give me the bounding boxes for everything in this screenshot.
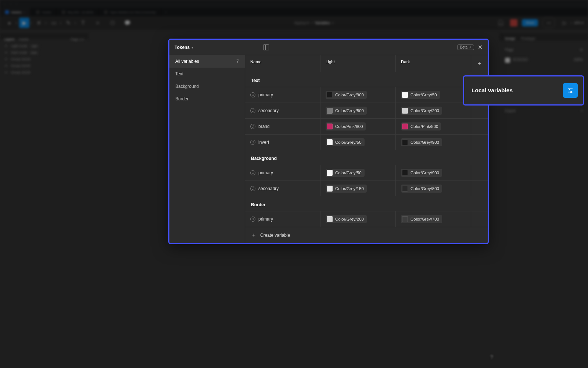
layer-row[interactable]: #Dark modeDark xyxy=(4,49,84,56)
present-button[interactable]: ▷▾ xyxy=(559,18,570,28)
color-variable-icon xyxy=(250,186,255,191)
variable-name[interactable]: invert xyxy=(258,140,269,145)
color-alias-chip[interactable]: Color/Grey/900 xyxy=(326,91,367,99)
sliders-icon xyxy=(567,87,574,94)
frame-tool[interactable]: #▾ xyxy=(34,18,44,28)
right-panel: Design Prototype Page ⟳ ECECEC 100% Loca… xyxy=(500,33,588,40)
breadcrumb[interactable]: digidop.fr / Variables ▾ xyxy=(294,21,334,25)
col-mode-dark[interactable]: Dark xyxy=(396,55,471,72)
shape-tool[interactable]: ▭▾ xyxy=(49,18,59,28)
color-alias-chip[interactable]: Color/Grey/700 xyxy=(401,215,442,223)
col-name: Name xyxy=(245,55,320,72)
variable-name[interactable]: primary xyxy=(258,217,273,222)
add-mode-button[interactable]: ＋ xyxy=(477,60,483,67)
color-alias-chip[interactable]: Color/Grey/50 xyxy=(326,169,365,177)
plus-icon: ＋ xyxy=(251,232,257,239)
sidebar-toggle-icon[interactable] xyxy=(263,44,269,50)
page-bg-hex[interactable]: ECECEC xyxy=(513,58,528,63)
hand-tool[interactable]: ⬡ xyxy=(107,18,118,28)
page-bg-opacity[interactable]: 100% xyxy=(573,58,583,63)
tab-assets[interactable]: Assets xyxy=(19,37,29,41)
color-variable-icon xyxy=(250,217,255,222)
local-variables-callout: Local variables xyxy=(463,75,584,106)
color-alias-chip[interactable]: Color/Grey/200 xyxy=(401,107,442,115)
section-page: Page xyxy=(505,48,513,52)
text-tool[interactable]: T xyxy=(78,18,88,28)
browser-tab[interactable]: Figma Variables Icon Pack (Community) xyxy=(99,8,161,16)
variable-row[interactable]: primaryColor/Grey/200Color/Grey/700 xyxy=(245,211,488,227)
sidebar-item-border[interactable]: Border xyxy=(169,93,245,105)
svg-point-3 xyxy=(571,92,572,93)
group-title: Text xyxy=(245,72,488,87)
variable-name[interactable]: primary xyxy=(258,170,273,175)
browser-tab[interactable]: Blog 2023 - Q3 (NEW) xyxy=(57,8,99,16)
color-alias-chip[interactable]: Color/Grey/900 xyxy=(401,169,442,177)
variable-name[interactable]: brand xyxy=(258,124,270,129)
share-button[interactable]: Share xyxy=(522,19,538,26)
browser-tab[interactable]: Youtube xyxy=(31,8,57,16)
variable-name[interactable]: seconadry xyxy=(258,186,279,191)
color-alias-chip[interactable]: Color/Grey/500 xyxy=(326,107,367,115)
comment-tool[interactable]: 💬 xyxy=(122,18,132,28)
variable-row[interactable]: invertColor/Grey/50Color/Grey/900 xyxy=(245,134,488,150)
tab-prototype[interactable]: Prototype xyxy=(521,37,535,40)
tab-layers[interactable]: Layers xyxy=(4,37,14,41)
create-variable-button[interactable]: ＋ Create variable xyxy=(245,227,488,243)
sidebar-item-background[interactable]: Background xyxy=(169,80,245,93)
svg-point-1 xyxy=(569,88,570,89)
color-alias-chip[interactable]: Color/Pink/800 xyxy=(326,122,366,131)
variable-row[interactable]: primaryColor/Grey/900Color/Grey/50 xyxy=(245,87,488,103)
col-mode-light[interactable]: Light xyxy=(320,55,396,72)
color-variable-icon xyxy=(250,140,255,145)
tokens-collection-select[interactable]: Tokens▾ xyxy=(175,45,193,50)
pen-tool[interactable]: ✎▾ xyxy=(63,18,74,28)
page-select[interactable]: Page 1 ▾ xyxy=(71,37,84,41)
sidebar-item-text[interactable]: Text xyxy=(169,68,245,80)
local-variables-label: Local variables xyxy=(472,87,513,94)
audio-icon[interactable]: 🎧 xyxy=(495,18,506,28)
color-variable-icon xyxy=(250,170,255,175)
layer-row[interactable]: #Group 19130 xyxy=(4,62,84,69)
variable-name[interactable]: secondary xyxy=(258,108,279,113)
color-alias-chip[interactable]: Color/Grey/50 xyxy=(326,138,365,146)
chevron-down-icon: ▾ xyxy=(191,46,193,49)
color-alias-chip[interactable]: Color/Grey/150 xyxy=(326,185,367,193)
color-alias-chip[interactable]: Color/Grey/50 xyxy=(401,91,440,99)
color-alias-chip[interactable]: Color/Grey/200 xyxy=(326,215,367,223)
export-label[interactable]: Export xyxy=(505,109,516,113)
main-menu[interactable]: ▸▾ xyxy=(4,18,15,28)
group-title: Background xyxy=(245,150,488,165)
variable-row[interactable]: brandColor/Pink/800Color/Pink/800 xyxy=(245,118,488,134)
layer-row[interactable]: #Group 19129 xyxy=(4,56,84,62)
zoom-select[interactable]: 25% ▾ xyxy=(574,21,584,25)
browser-tabs: Variables×YoutubeBlog 2023 - Q3 (NEW)Fig… xyxy=(0,8,588,16)
columns-header: Name Light Dark ＋ xyxy=(245,55,488,72)
layer-row[interactable]: #Light modeLight xyxy=(4,43,84,49)
sidebar-item-all[interactable]: All variables7 xyxy=(169,55,245,68)
color-variable-icon xyxy=(250,108,255,113)
variable-name[interactable]: primary xyxy=(258,92,273,97)
help-button[interactable]: ? xyxy=(487,353,496,361)
dev-mode-toggle[interactable]: </> xyxy=(542,18,555,28)
groups-sidebar: All variables7TextBackgroundBorder xyxy=(169,55,245,243)
group-title: Border xyxy=(245,196,488,211)
avatar[interactable] xyxy=(510,19,517,26)
variable-row[interactable]: seconadryColor/Grey/150Color/Grey/800 xyxy=(245,181,488,196)
variable-row[interactable]: primaryColor/Grey/50Color/Grey/900 xyxy=(245,165,488,181)
layer-row[interactable]: #Group 19128 xyxy=(4,69,84,76)
move-tool[interactable]: ▶▾ xyxy=(19,18,29,28)
main-toolbar: ▸▾ ▶▾ #▾ ▭▾ ✎▾ T ⌗ ⬡ 💬 digidop.fr / Vari… xyxy=(0,16,588,29)
new-tab-button[interactable]: + xyxy=(161,8,170,16)
resources-tool[interactable]: ⌗ xyxy=(93,18,103,28)
color-alias-chip[interactable]: Color/Pink/800 xyxy=(401,122,441,131)
color-alias-chip[interactable]: Color/Grey/900 xyxy=(401,138,442,146)
beta-badge[interactable]: Beta↗ xyxy=(457,44,474,50)
tab-design[interactable]: Design xyxy=(505,37,515,40)
color-alias-chip[interactable]: Color/Grey/800 xyxy=(401,185,442,193)
browser-tab[interactable]: Variables× xyxy=(0,8,31,16)
open-variables-button[interactable] xyxy=(563,83,578,98)
close-button[interactable]: ✕ xyxy=(478,44,483,51)
color-variable-icon xyxy=(250,92,255,97)
variable-row[interactable]: secondaryColor/Grey/500Color/Grey/200 xyxy=(245,103,488,118)
color-variable-icon xyxy=(250,124,255,129)
